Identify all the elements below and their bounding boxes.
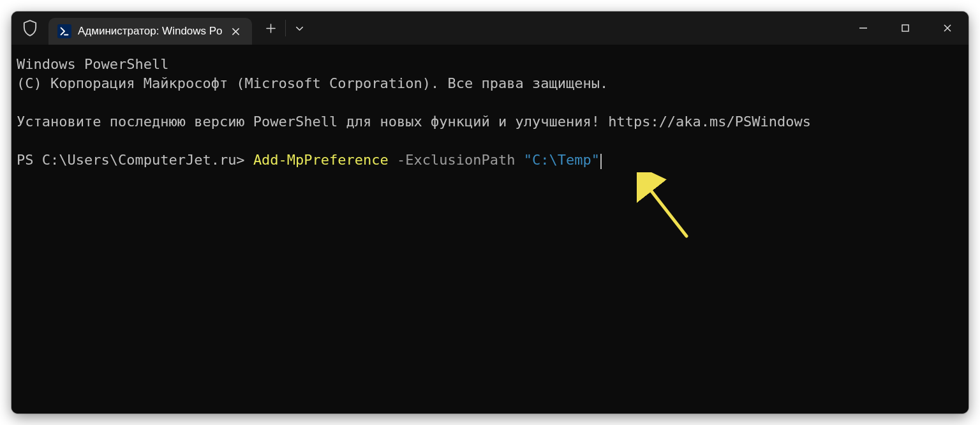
window-controls <box>842 11 969 45</box>
close-tab-button[interactable] <box>228 23 244 40</box>
annotation-arrow-icon <box>637 172 701 242</box>
terminal-body[interactable]: Windows PowerShell (C) Корпорация Майкро… <box>11 45 969 414</box>
titlebar-left: Администратор: Windows Po <box>11 11 314 45</box>
tab-title: Администратор: Windows Po <box>78 25 223 38</box>
blank-line <box>17 93 963 112</box>
tab-actions <box>257 11 314 45</box>
svg-rect-6 <box>902 25 909 31</box>
space <box>515 152 523 168</box>
powershell-icon <box>57 24 71 38</box>
space <box>389 152 397 168</box>
update-message: Установите последнюю версию PowerShell д… <box>17 112 963 131</box>
banner-line-2: (C) Корпорация Майкрософт (Microsoft Cor… <box>17 74 963 93</box>
titlebar: Администратор: Windows Po <box>11 11 969 45</box>
maximize-button[interactable] <box>884 11 926 45</box>
blank-line <box>17 131 963 151</box>
cmdlet: Add-MpPreference <box>253 152 389 168</box>
command-line[interactable]: PS C:\Users\ComputerJet.ru> Add-MpPrefer… <box>17 151 963 170</box>
terminal-window: Администратор: Windows Po <box>11 11 969 414</box>
banner-line-1: Windows PowerShell <box>17 55 963 74</box>
profile-dropdown-button[interactable] <box>286 15 314 41</box>
svg-line-9 <box>646 184 687 236</box>
parameter: -ExclusionPath <box>397 152 515 168</box>
argument: "C:\Temp" <box>524 152 600 168</box>
text-cursor <box>600 154 602 169</box>
new-tab-button[interactable] <box>257 15 285 41</box>
shield-icon <box>11 11 48 45</box>
prompt: PS C:\Users\ComputerJet.ru> <box>17 152 253 168</box>
minimize-button[interactable] <box>842 11 884 45</box>
close-window-button[interactable] <box>926 11 969 45</box>
tab-active[interactable]: Администратор: Windows Po <box>48 18 252 45</box>
